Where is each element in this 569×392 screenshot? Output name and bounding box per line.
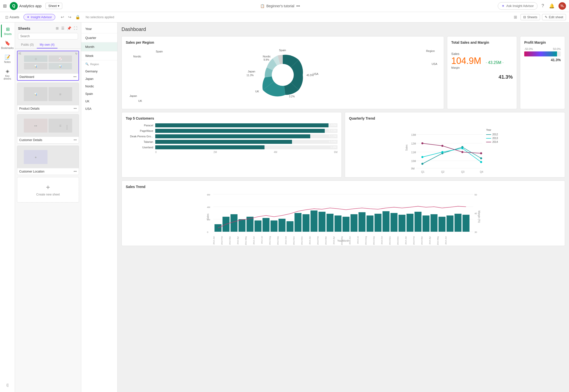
profit-value: 41.3% bbox=[524, 58, 561, 62]
margin-percent: 41.3% bbox=[451, 74, 513, 80]
sheet-more-customer-location[interactable]: ••• bbox=[74, 170, 77, 173]
svg-text:2013-Jul: 2013-Jul bbox=[357, 236, 359, 244]
svg-text:Margin (%): Margin (%) bbox=[478, 211, 480, 223]
tutorial-icon: 📋 bbox=[260, 4, 264, 8]
svg-text:11.3%: 11.3% bbox=[246, 74, 254, 77]
svg-text:2014-Mar: 2014-Mar bbox=[421, 236, 423, 245]
total-sales-title: Total Sales and Margin bbox=[451, 40, 513, 44]
grid-menu-icon[interactable]: ⊞ bbox=[3, 3, 7, 9]
sheet-more-customer-details[interactable]: ••• bbox=[74, 138, 77, 142]
svg-point-31 bbox=[462, 147, 464, 149]
svg-text:2013-Apr: 2013-Apr bbox=[333, 236, 335, 244]
filter-region-nordic[interactable]: Nordic bbox=[81, 83, 117, 90]
svg-text:2013-Feb: 2013-Feb bbox=[317, 236, 319, 245]
svg-text:2014-Apr: 2014-Apr bbox=[429, 236, 431, 244]
margin-label: Margin bbox=[451, 66, 513, 69]
more-options-icon[interactable]: ••• bbox=[296, 4, 300, 8]
sales-trend-title: Sales Trend bbox=[126, 185, 561, 189]
svg-text:Q1: Q1 bbox=[421, 171, 425, 173]
top5-customers-card: Top 5 Customers Paracel 5.69M PageWave bbox=[122, 112, 342, 178]
sales-per-region-card: Sales per Region Region bbox=[122, 36, 444, 109]
filter-region-spain[interactable]: Spain bbox=[81, 90, 117, 98]
quarterly-trend-chart: 9M 10M 11M 12M 13M Q1 Q2 bbox=[349, 123, 561, 173]
svg-rect-59 bbox=[238, 219, 246, 232]
sidebar-item-bookmarks[interactable]: 🔖 Bookmarks bbox=[1, 38, 14, 51]
back-icon[interactable]: ↩ bbox=[59, 14, 66, 20]
row2: Top 5 Customers Paracel 5.69M PageWave bbox=[122, 112, 565, 178]
svg-text:2012-Jun: 2012-Jun bbox=[253, 236, 255, 244]
filter-month[interactable]: Month bbox=[81, 42, 117, 51]
sheets-view-icons: ⊞ ☰ 📌 ⛶ bbox=[55, 25, 78, 31]
user-avatar[interactable]: TL bbox=[558, 2, 566, 10]
svg-rect-81 bbox=[414, 212, 422, 232]
sheet-item-customer-location[interactable]: ◈ Customer Location ••• bbox=[17, 146, 79, 175]
filter-region-japan[interactable]: Japan bbox=[81, 75, 117, 83]
sheets-button[interactable]: ⊟ Sheets bbox=[520, 14, 540, 20]
sheet-item-dashboard[interactable]: #1 ◎ 📈 📊 📊 ↻ Dashboard ••• bbox=[17, 51, 79, 81]
create-sheet-button[interactable]: + Create new sheet bbox=[17, 177, 79, 202]
notifications-icon[interactable]: 🔔 bbox=[548, 2, 556, 10]
svg-text:2013-Nov: 2013-Nov bbox=[389, 236, 391, 245]
svg-text:2012-Mar: 2012-Mar bbox=[229, 236, 231, 245]
ask-insight-button[interactable]: ✦ Ask Insight Advisor bbox=[498, 2, 538, 10]
profit-bar bbox=[524, 51, 561, 56]
list-view-button[interactable]: ☰ bbox=[60, 25, 65, 31]
create-sheet-label: Create new sheet bbox=[36, 193, 60, 196]
assets-button[interactable]: ◫ Assets bbox=[3, 14, 22, 20]
sheet-more-dashboard[interactable]: ••• bbox=[73, 75, 76, 79]
top5-title: Top 5 Customers bbox=[126, 116, 338, 120]
sales-per-region-title: Sales per Region bbox=[126, 40, 440, 44]
svg-text:2013-Aug: 2013-Aug bbox=[365, 236, 367, 245]
svg-text:2013-Jan: 2013-Jan bbox=[309, 236, 311, 244]
svg-point-0 bbox=[272, 64, 294, 86]
svg-text:50: 50 bbox=[474, 194, 477, 196]
expand-button[interactable]: ⛶ bbox=[73, 25, 78, 31]
filter-region-germany[interactable]: Germany bbox=[81, 68, 117, 75]
svg-text:4M: 4M bbox=[207, 206, 210, 208]
svg-rect-64 bbox=[278, 219, 286, 232]
sheets-tabs: Public (0) My own (4) bbox=[15, 41, 81, 49]
filter-week[interactable]: Week bbox=[81, 51, 117, 60]
svg-rect-72 bbox=[342, 217, 350, 232]
grid-view-button[interactable]: ⊞ bbox=[55, 25, 60, 31]
tab-my-own[interactable]: My own (4) bbox=[37, 41, 58, 48]
svg-rect-71 bbox=[334, 215, 342, 232]
help-icon[interactable]: ? bbox=[540, 2, 545, 9]
insight-advisor-icon: ✦ bbox=[27, 15, 30, 19]
svg-text:2013: 2013 bbox=[492, 137, 498, 140]
sales-trend-card: Sales Trend 6M 4M 2M 0 50 40 30 bbox=[122, 181, 565, 246]
svg-text:Q3: Q3 bbox=[461, 171, 465, 173]
sheet-more-product-details[interactable]: ••• bbox=[74, 107, 77, 110]
sheet-dropdown[interactable]: Sheet ▾ bbox=[46, 3, 62, 9]
customer-bar-talarian: Talarian 4.54M bbox=[126, 140, 338, 144]
search-input[interactable] bbox=[18, 33, 78, 39]
lock-icon[interactable]: 🔒 bbox=[74, 14, 82, 20]
filter-year[interactable]: Year bbox=[81, 24, 117, 33]
sheet-thumbnail-customer-details: ●● ☰ bbox=[17, 114, 79, 137]
insight-advisor-button[interactable]: ✦ Insight Advisor bbox=[24, 14, 55, 20]
sidebar-item-notes[interactable]: 📝 Notes bbox=[1, 52, 14, 65]
filter-region-uk[interactable]: UK bbox=[81, 98, 117, 105]
svg-point-25 bbox=[422, 163, 424, 165]
pin-button[interactable]: 📌 bbox=[66, 25, 72, 31]
sheet-item-product-details[interactable]: 📊 ⊞ Product Details ••• bbox=[17, 83, 79, 112]
filter-quarter[interactable]: Quarter bbox=[81, 33, 117, 42]
edit-sheet-button[interactable]: ✎ Edit sheet bbox=[542, 14, 566, 20]
forward-icon[interactable]: ↪ bbox=[66, 14, 73, 20]
sales-label: Sales bbox=[451, 52, 513, 56]
sidebar-item-sheets[interactable]: ⊞ Sheets bbox=[1, 24, 14, 37]
grid-view-icon[interactable]: ⊞ bbox=[512, 14, 518, 20]
filter-region-usa[interactable]: USA bbox=[81, 105, 117, 113]
nav-collapse-button[interactable]: ⟨| bbox=[3, 380, 12, 390]
sidebar-item-key-drivers[interactable]: ◈ Key drivers bbox=[1, 66, 14, 82]
qlik-logo-icon: Q bbox=[10, 2, 18, 10]
no-selections-label: No selections applied bbox=[86, 15, 114, 19]
svg-rect-69 bbox=[318, 212, 326, 232]
key-drivers-nav-label: Key drivers bbox=[2, 75, 13, 80]
profit-bar-container: -50.0% 50.0% 41.3% bbox=[524, 47, 561, 62]
sheet-item-customer-details[interactable]: ●● ☰ Customer Details ••• bbox=[17, 114, 79, 144]
tab-public[interactable]: Public (0) bbox=[18, 41, 37, 48]
svg-text:2014-May: 2014-May bbox=[437, 236, 439, 245]
svg-rect-74 bbox=[358, 212, 366, 232]
main-layout: ⊞ Sheets 🔖 Bookmarks 📝 Notes ◈ Key drive… bbox=[0, 22, 569, 392]
